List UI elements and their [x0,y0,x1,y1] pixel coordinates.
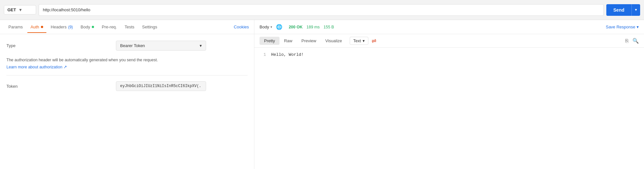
type-row: Type Bearer Token ▾ [6,41,248,51]
response-time: 189 ms [307,25,320,29]
format-tab-preview[interactable]: Preview [297,37,321,45]
format-visualize-label: Visualize [325,38,342,43]
tab-body-label: Body [80,25,90,29]
bearer-token-label: Bearer Token [120,43,145,48]
format-tab-raw[interactable]: Raw [279,37,297,45]
tab-tests-label: Tests [125,25,134,29]
tabs-bar: Params Auth Headers (9) Body Pre-req. Te… [0,20,254,34]
cookies-label: Cookies [234,25,249,29]
save-response-label: Save Response [606,25,635,29]
tab-params[interactable]: Params [5,21,26,33]
tab-body[interactable]: Body [77,21,97,33]
save-response-chevron: ▾ [637,25,639,29]
code-line-1: 1 Hello, World! [260,52,639,57]
text-format-label: Text [353,38,361,43]
tab-params-label: Params [8,25,23,29]
bearer-chevron-icon: ▾ [200,43,202,48]
type-label: Type [6,43,116,48]
method-chevron: ▾ [19,7,22,12]
search-response-icon[interactable]: 🔍 [632,38,639,44]
headers-count: (9) [68,25,73,29]
globe-icon: 🌐 [276,24,282,30]
response-format-tabs: Pretty Raw Preview Visualize Text ▾ ⇌ ⎘ … [254,34,644,48]
right-panel: Body ▾ 🌐 200 OK 189 ms 155 B Save Respon… [254,20,644,169]
tab-settings[interactable]: Settings [139,21,160,33]
response-code-area: 1 Hello, World! [254,48,644,169]
body-chevron-icon: ▾ [270,25,272,29]
cookies-button[interactable]: Cookies [234,25,249,29]
learn-more-arrow-icon: ↗ [63,65,67,69]
status-code: 200 OK [289,25,303,29]
auth-active-dot [41,26,43,28]
tab-tests[interactable]: Tests [121,21,137,33]
tab-auth-label: Auth [31,25,39,29]
copy-response-icon[interactable]: ⎘ [625,38,629,44]
token-label: Token [6,84,116,89]
text-format-chevron: ▾ [363,38,365,43]
tab-auth[interactable]: Auth [27,21,46,33]
learn-more-link[interactable]: Learn more about authorization ↗ [6,65,67,69]
body-text: Body [260,25,269,29]
learn-more-label: Learn more about authorization [6,65,62,69]
format-pretty-label: Pretty [264,38,275,43]
send-label: Send [606,4,632,16]
right-format-actions: ⎘ 🔍 [625,38,639,44]
method-label: GET [7,7,16,12]
url-bar: GET ▾ Send ▾ [0,0,644,20]
save-response-button[interactable]: Save Response ▾ [606,25,639,29]
tab-headers[interactable]: Headers (9) [48,21,76,33]
tab-prereq[interactable]: Pre-req. [99,21,120,33]
line-number-1: 1 [260,52,266,57]
format-raw-label: Raw [284,38,292,43]
format-tab-visualize[interactable]: Visualize [321,37,346,45]
left-panel: Params Auth Headers (9) Body Pre-req. Te… [0,20,254,169]
body-dot [92,26,94,28]
tab-prereq-label: Pre-req. [102,25,117,29]
bearer-token-select[interactable]: Bearer Token ▾ [116,41,206,51]
line-content-1: Hello, World! [271,52,304,57]
section-divider [6,75,248,75]
token-input[interactable] [116,81,206,91]
text-format-select[interactable]: Text ▾ [350,37,368,45]
right-header: Body ▾ 🌐 200 OK 189 ms 155 B Save Respon… [254,20,644,34]
format-tab-pretty[interactable]: Pretty [260,37,279,45]
token-row: Token [6,81,248,91]
format-preview-label: Preview [301,38,316,43]
auth-info-text: The authorization header will be automat… [6,57,248,63]
url-input[interactable] [39,4,604,16]
send-arrow: ▾ [632,4,640,16]
response-body-label: Body ▾ [260,25,272,29]
response-size: 155 B [324,25,334,29]
wrap-lines-icon[interactable]: ⇌ [372,37,376,45]
send-button[interactable]: Send ▾ [606,4,640,16]
method-select[interactable]: GET ▾ [4,5,36,15]
main-content: Params Auth Headers (9) Body Pre-req. Te… [0,20,644,169]
tab-settings-label: Settings [142,25,157,29]
tab-headers-label: Headers [51,25,67,29]
left-body: Type Bearer Token ▾ The authorization he… [0,34,254,169]
